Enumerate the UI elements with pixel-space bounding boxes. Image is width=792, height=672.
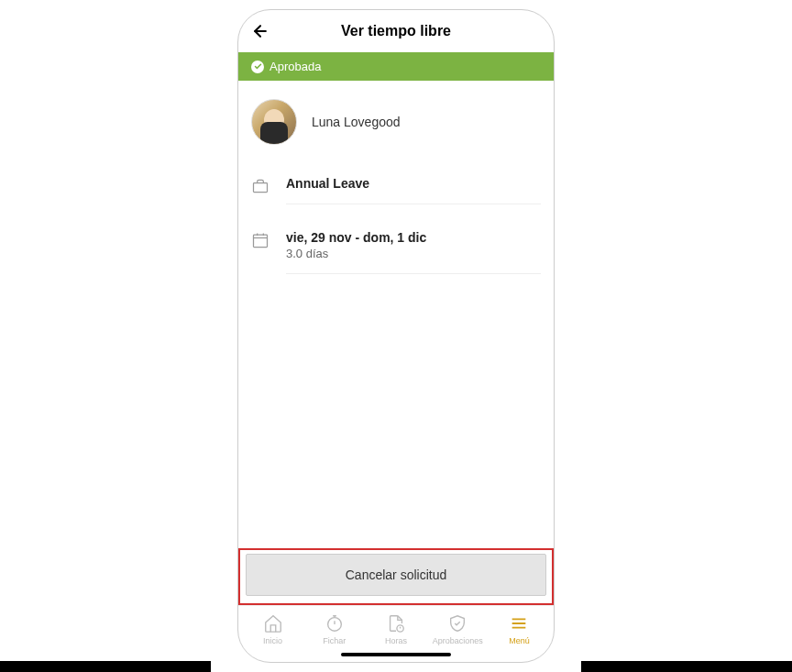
leave-dates: vie, 29 nov - dom, 1 dic bbox=[286, 230, 541, 245]
cancel-highlight: Cancelar solicitud bbox=[238, 548, 554, 605]
phone-frame: Ver tiempo libre Aprobada Luna Lovegood … bbox=[237, 9, 555, 663]
leave-dates-row: vie, 29 nov - dom, 1 dic 3.0 días bbox=[251, 217, 541, 287]
status-bar: Aprobada bbox=[238, 52, 554, 81]
status-label: Aprobada bbox=[270, 60, 321, 73]
nav-menu-label: Menú bbox=[509, 636, 530, 645]
check-circle-icon bbox=[251, 61, 264, 73]
briefcase-icon bbox=[251, 177, 270, 195]
cancel-request-button[interactable]: Cancelar solicitud bbox=[246, 554, 546, 596]
nav-approvals-label: Aprobaciones bbox=[433, 636, 483, 645]
nav-hours-label: Horas bbox=[385, 636, 407, 645]
decoration bbox=[581, 661, 792, 672]
nav-home[interactable]: Inicio bbox=[242, 613, 303, 645]
svg-rect-2 bbox=[254, 235, 268, 247]
user-row: Luna Lovegood bbox=[251, 81, 541, 163]
stopwatch-icon bbox=[324, 613, 345, 633]
header: Ver tiempo libre bbox=[238, 10, 554, 52]
avatar bbox=[251, 99, 297, 145]
back-arrow-icon bbox=[251, 22, 270, 40]
nav-clock[interactable]: Fichar bbox=[303, 613, 365, 645]
leave-duration: 3.0 días bbox=[286, 247, 541, 260]
user-name: Luna Lovegood bbox=[312, 115, 401, 129]
home-indicator bbox=[341, 653, 451, 656]
nav-approvals[interactable]: Aprobaciones bbox=[427, 613, 489, 645]
back-button[interactable] bbox=[251, 22, 270, 40]
svg-rect-1 bbox=[254, 183, 268, 193]
leave-type-row: Annual Leave bbox=[251, 163, 541, 217]
nav-clock-label: Fichar bbox=[323, 636, 346, 645]
shield-check-icon bbox=[447, 613, 468, 633]
nav-menu[interactable]: Menú bbox=[489, 613, 550, 645]
nav-hours[interactable]: Horas bbox=[365, 613, 426, 645]
document-clock-icon bbox=[386, 613, 406, 633]
menu-icon bbox=[509, 613, 529, 633]
decoration bbox=[0, 661, 211, 672]
bottom-nav: Inicio Fichar Horas bbox=[238, 605, 554, 649]
page-title: Ver tiempo libre bbox=[249, 23, 543, 39]
content-area: Luna Lovegood Annual Leave bbox=[238, 81, 554, 548]
calendar-icon bbox=[251, 231, 270, 249]
home-icon bbox=[263, 613, 283, 633]
leave-type: Annual Leave bbox=[286, 176, 541, 191]
nav-home-label: Inicio bbox=[263, 636, 282, 645]
